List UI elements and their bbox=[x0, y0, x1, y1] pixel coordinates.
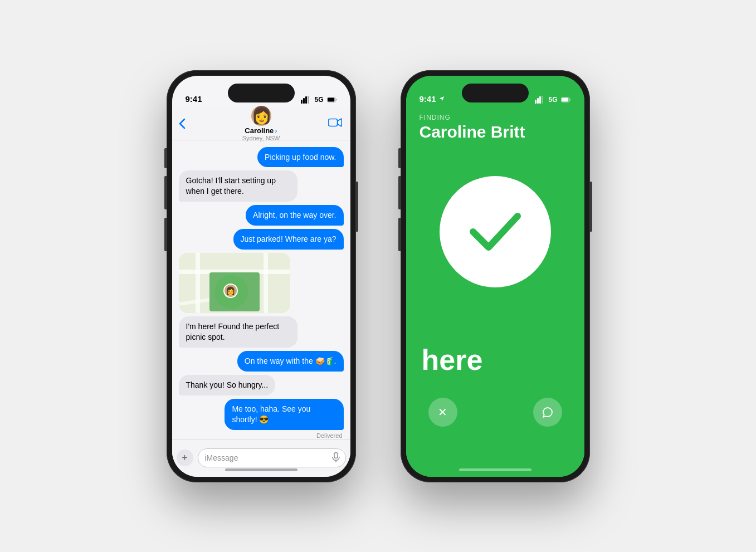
status-time-2: 9:41 bbox=[420, 94, 436, 104]
messages-nav-bar: 👩 Caroline › Sydney, NSW bbox=[172, 108, 350, 140]
cancel-finding-button[interactable]: ✕ bbox=[428, 398, 457, 427]
avatar: 👩 bbox=[251, 106, 271, 126]
power-button-2[interactable] bbox=[590, 182, 592, 232]
message-bubble-3: Alright, on the way over. bbox=[246, 205, 343, 226]
signal-icon-2 bbox=[535, 96, 545, 104]
message-bubble-1: Picking up food now. bbox=[257, 147, 343, 168]
video-icon bbox=[328, 118, 343, 128]
back-chevron-icon bbox=[179, 118, 186, 129]
volume-down-button-2[interactable] bbox=[398, 218, 401, 251]
battery-icon bbox=[327, 96, 337, 104]
svg-rect-9 bbox=[334, 452, 338, 458]
network-label: 5G bbox=[314, 96, 323, 104]
message-bubble-8: Thank you! So hungry... bbox=[179, 375, 276, 395]
message-bubble-9: Me too, haha. See you shortly! 😎 bbox=[225, 399, 343, 430]
contact-chevron: › bbox=[275, 126, 277, 135]
message-bubble-7: On the way with the 🥪🧃. bbox=[237, 351, 344, 372]
svg-rect-3 bbox=[308, 96, 309, 104]
map-user-pin: 👩 bbox=[223, 284, 238, 298]
messages-body: Picking up food now. Gotcha! I'll start … bbox=[172, 140, 350, 439]
contact-location: Sydney, NSW bbox=[242, 135, 280, 141]
phone-findmy: 9:41 5G bbox=[401, 70, 590, 482]
delivered-status: Delivered bbox=[179, 432, 344, 439]
contact-info[interactable]: 👩 Caroline › Sydney, NSW bbox=[242, 106, 280, 141]
dynamic-island bbox=[228, 84, 295, 102]
message-bubble-6: I'm here! Found the perfect picnic spot. bbox=[179, 316, 297, 348]
location-status-text: here bbox=[422, 343, 483, 377]
svg-rect-16 bbox=[562, 97, 568, 101]
network-label-2: 5G bbox=[548, 96, 557, 104]
findmy-action-buttons: ✕ bbox=[406, 398, 584, 427]
message-bubble-4: Just parked! Where are ya? bbox=[233, 229, 344, 250]
battery-icon-2 bbox=[561, 96, 571, 104]
dynamic-island-2 bbox=[462, 84, 529, 102]
phone-messages: 9:41 5G bbox=[167, 70, 356, 482]
message-placeholder: iMessage bbox=[205, 453, 238, 462]
volume-down-button[interactable] bbox=[164, 218, 167, 251]
silent-switch[interactable] bbox=[164, 148, 167, 168]
compose-extras-button[interactable]: + bbox=[177, 450, 193, 466]
svg-rect-12 bbox=[537, 98, 539, 104]
signal-icon bbox=[301, 96, 311, 104]
contact-full-name: Caroline Britt bbox=[420, 123, 525, 141]
message-input-field[interactable]: iMessage bbox=[198, 448, 346, 467]
checkmark-circle bbox=[440, 176, 551, 287]
findmy-header: FINDING Caroline Britt bbox=[420, 114, 525, 141]
svg-rect-14 bbox=[542, 96, 543, 104]
home-indicator bbox=[225, 468, 297, 471]
svg-rect-1 bbox=[303, 98, 305, 104]
checkmark-icon bbox=[467, 209, 523, 254]
home-indicator-2 bbox=[459, 468, 531, 471]
location-map-bubble[interactable]: 👩 🟢 Tania Park Find My bbox=[179, 253, 290, 313]
message-icon bbox=[542, 406, 554, 418]
status-icons-2: 5G bbox=[535, 96, 570, 104]
location-arrow-icon bbox=[438, 95, 445, 102]
findmy-screen: FINDING Caroline Britt here ✕ bbox=[406, 76, 584, 477]
power-button[interactable] bbox=[356, 182, 358, 232]
svg-rect-0 bbox=[301, 100, 303, 104]
microphone-icon bbox=[332, 452, 340, 464]
svg-rect-6 bbox=[328, 119, 337, 126]
volume-up-button-2[interactable] bbox=[398, 176, 401, 209]
back-button[interactable] bbox=[179, 118, 186, 129]
svg-rect-5 bbox=[328, 97, 334, 101]
status-time: 9:41 bbox=[186, 94, 202, 104]
message-contact-button[interactable] bbox=[533, 398, 562, 427]
map-preview: 👩 🟢 Tania Park bbox=[179, 253, 290, 313]
video-call-button[interactable] bbox=[328, 118, 343, 130]
volume-up-button[interactable] bbox=[164, 176, 167, 209]
message-bubble-2: Gotcha! I'll start setting up when I get… bbox=[179, 170, 297, 202]
contact-name: Caroline bbox=[245, 126, 274, 135]
svg-rect-2 bbox=[305, 96, 307, 104]
finding-label: FINDING bbox=[420, 114, 525, 121]
svg-rect-13 bbox=[539, 96, 541, 104]
svg-rect-11 bbox=[535, 100, 536, 104]
status-icons: 5G bbox=[301, 96, 336, 104]
silent-switch-2[interactable] bbox=[398, 148, 401, 168]
